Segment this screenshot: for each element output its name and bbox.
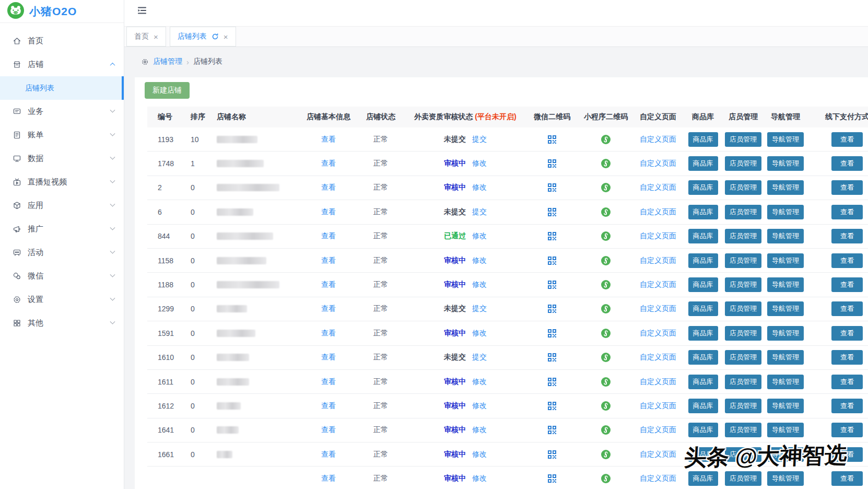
custom-page-link[interactable]: 自定义页面 xyxy=(640,256,676,265)
audit-action-link[interactable]: 修改 xyxy=(472,280,487,289)
staff-management-button[interactable]: 店员管理 xyxy=(725,205,761,219)
offline-payment-view-button[interactable]: 查看 xyxy=(831,253,863,268)
custom-page-link[interactable]: 自定义页面 xyxy=(640,474,676,483)
nav-management-button[interactable]: 导航管理 xyxy=(767,423,804,437)
custom-page-link[interactable]: 自定义页面 xyxy=(640,280,676,289)
product-library-button[interactable]: 商品库 xyxy=(688,156,718,171)
staff-management-button[interactable]: 店员管理 xyxy=(725,132,761,147)
wechat-qrcode-icon[interactable] xyxy=(547,304,557,313)
audit-action-link[interactable]: 修改 xyxy=(472,231,487,241)
view-info-link[interactable]: 查看 xyxy=(321,159,336,168)
sidebar-item-11[interactable]: 设置 xyxy=(0,288,124,311)
audit-action-link[interactable]: 提交 xyxy=(472,135,487,144)
wechat-qrcode-icon[interactable] xyxy=(547,231,557,241)
wechat-qrcode-icon[interactable] xyxy=(547,329,557,338)
miniprogram-qrcode-icon[interactable] xyxy=(601,135,611,144)
miniprogram-qrcode-icon[interactable] xyxy=(601,425,611,435)
sidebar-item-2[interactable]: 店铺 xyxy=(0,53,124,76)
custom-page-link[interactable]: 自定义页面 xyxy=(640,135,676,144)
tab-refresh-icon[interactable] xyxy=(212,33,219,40)
nav-management-button[interactable]: 导航管理 xyxy=(767,253,804,268)
miniprogram-qrcode-icon[interactable] xyxy=(601,353,611,362)
offline-payment-view-button[interactable]: 查看 xyxy=(831,326,863,341)
custom-page-link[interactable]: 自定义页面 xyxy=(640,329,676,338)
product-library-button[interactable]: 商品库 xyxy=(688,180,718,195)
audit-action-link[interactable]: 修改 xyxy=(472,329,487,338)
wechat-qrcode-icon[interactable] xyxy=(547,135,557,144)
audit-action-link[interactable]: 修改 xyxy=(472,377,487,387)
sidebar-item-12[interactable]: 其他 xyxy=(0,311,124,335)
view-info-link[interactable]: 查看 xyxy=(321,450,336,459)
staff-management-button[interactable]: 店员管理 xyxy=(725,229,761,243)
custom-page-link[interactable]: 自定义页面 xyxy=(640,425,676,435)
nav-management-button[interactable]: 导航管理 xyxy=(767,132,804,147)
offline-payment-view-button[interactable]: 查看 xyxy=(831,399,863,413)
view-info-link[interactable]: 查看 xyxy=(321,401,336,411)
custom-page-link[interactable]: 自定义页面 xyxy=(640,401,676,411)
tab-close-icon[interactable]: × xyxy=(224,33,228,41)
custom-page-link[interactable]: 自定义页面 xyxy=(640,353,676,362)
miniprogram-qrcode-icon[interactable] xyxy=(601,231,611,241)
new-store-button[interactable]: 新建店铺 xyxy=(145,82,190,99)
view-info-link[interactable]: 查看 xyxy=(321,183,336,192)
nav-management-button[interactable]: 导航管理 xyxy=(767,301,804,316)
audit-action-link[interactable]: 修改 xyxy=(472,425,487,435)
sidebar-item-7[interactable]: 应用 xyxy=(0,194,124,217)
audit-action-link[interactable]: 修改 xyxy=(472,183,487,192)
nav-management-button[interactable]: 导航管理 xyxy=(767,399,804,413)
product-library-button[interactable]: 商品库 xyxy=(688,423,718,437)
offline-payment-view-button[interactable]: 查看 xyxy=(831,156,863,171)
sidebar-item-3[interactable]: 业务 xyxy=(0,100,124,123)
nav-management-button[interactable]: 导航管理 xyxy=(767,350,804,365)
product-library-button[interactable]: 商品库 xyxy=(688,277,718,292)
nav-management-button[interactable]: 导航管理 xyxy=(767,229,804,243)
miniprogram-qrcode-icon[interactable] xyxy=(601,474,611,483)
tab-close-icon[interactable]: × xyxy=(154,33,158,41)
custom-page-link[interactable]: 自定义页面 xyxy=(640,304,676,313)
staff-management-button[interactable]: 店员管理 xyxy=(725,253,761,268)
miniprogram-qrcode-icon[interactable] xyxy=(601,183,611,192)
breadcrumb-store-management[interactable]: 店铺管理 xyxy=(153,57,182,66)
audit-action-link[interactable]: 修改 xyxy=(472,474,487,483)
wechat-qrcode-icon[interactable] xyxy=(547,207,557,217)
staff-management-button[interactable]: 店员管理 xyxy=(725,326,761,341)
collapse-sidebar-icon[interactable] xyxy=(136,5,148,16)
offline-payment-view-button[interactable]: 查看 xyxy=(831,350,863,365)
staff-management-button[interactable]: 店员管理 xyxy=(725,350,761,365)
custom-page-link[interactable]: 自定义页面 xyxy=(640,207,676,217)
view-info-link[interactable]: 查看 xyxy=(321,329,336,338)
offline-payment-view-button[interactable]: 查看 xyxy=(831,447,863,462)
wechat-qrcode-icon[interactable] xyxy=(547,256,557,265)
staff-management-button[interactable]: 店员管理 xyxy=(725,375,761,389)
custom-page-link[interactable]: 自定义页面 xyxy=(640,377,676,387)
wechat-qrcode-icon[interactable] xyxy=(547,353,557,362)
staff-management-button[interactable]: 店员管理 xyxy=(725,277,761,292)
offline-payment-view-button[interactable]: 查看 xyxy=(831,375,863,389)
nav-management-button[interactable]: 导航管理 xyxy=(767,205,804,219)
view-info-link[interactable]: 查看 xyxy=(321,425,336,435)
staff-management-button[interactable]: 店员管理 xyxy=(725,447,761,462)
miniprogram-qrcode-icon[interactable] xyxy=(601,329,611,338)
wechat-qrcode-icon[interactable] xyxy=(547,474,557,483)
product-library-button[interactable]: 商品库 xyxy=(688,229,718,243)
product-library-button[interactable]: 商品库 xyxy=(688,375,718,389)
view-info-link[interactable]: 查看 xyxy=(321,280,336,289)
staff-management-button[interactable]: 店员管理 xyxy=(725,399,761,413)
custom-page-link[interactable]: 自定义页面 xyxy=(640,159,676,168)
staff-management-button[interactable]: 店员管理 xyxy=(725,301,761,316)
staff-management-button[interactable]: 店员管理 xyxy=(725,156,761,171)
tab-2[interactable]: 店铺列表× xyxy=(170,27,236,46)
product-library-button[interactable]: 商品库 xyxy=(688,253,718,268)
sidebar-item-5[interactable]: 数据 xyxy=(0,147,124,170)
custom-page-link[interactable]: 自定义页面 xyxy=(640,450,676,459)
product-library-button[interactable]: 商品库 xyxy=(688,471,718,486)
sidebar-item-6[interactable]: 直播短视频 xyxy=(0,170,124,194)
view-info-link[interactable]: 查看 xyxy=(321,207,336,217)
product-library-button[interactable]: 商品库 xyxy=(688,132,718,147)
wechat-qrcode-icon[interactable] xyxy=(547,425,557,435)
audit-action-link[interactable]: 提交 xyxy=(472,207,487,217)
view-info-link[interactable]: 查看 xyxy=(321,353,336,362)
sidebar-item-1[interactable]: 首页 xyxy=(0,29,124,53)
nav-management-button[interactable]: 导航管理 xyxy=(767,447,804,462)
product-library-button[interactable]: 商品库 xyxy=(688,326,718,341)
